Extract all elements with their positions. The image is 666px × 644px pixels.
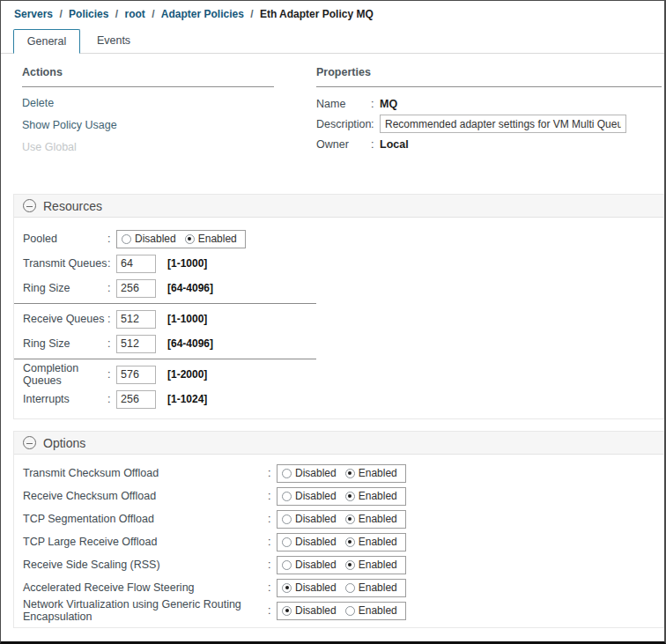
collapse-minus-icon[interactable]: [23, 199, 36, 212]
receive-checksum-offload-label: Receive Checksum Offload: [23, 490, 268, 502]
radio-option-label: Disabled: [295, 513, 337, 525]
receive-checksum-offload-row: Receive Checksum Offload : DisabledEnabl…: [23, 485, 663, 507]
breadcrumb-adapter-policies[interactable]: Adapter Policies: [161, 8, 244, 20]
ring-size-range: [64-4096]: [167, 282, 213, 294]
radio-option-label: Enabled: [359, 467, 397, 479]
tab-general[interactable]: General: [13, 29, 80, 54]
completion-queues-input[interactable]: [116, 366, 156, 384]
radio-button-icon[interactable]: [185, 234, 195, 244]
radio-option-label: Enabled: [359, 490, 397, 502]
radio-button-icon[interactable]: [282, 583, 292, 593]
radio-option-enabled[interactable]: Enabled: [345, 490, 397, 502]
ring-size-range: [64-4096]: [167, 337, 213, 350]
radio-button-icon[interactable]: [345, 514, 355, 524]
pooled-radio-group: DisabledEnabled: [116, 230, 246, 248]
radio-button-icon[interactable]: [282, 560, 292, 570]
radio-option-label: Disabled: [295, 581, 337, 594]
radio-option-disabled[interactable]: Disabled: [122, 233, 176, 245]
receive-queues-input[interactable]: [116, 310, 156, 329]
options-panel-header[interactable]: Options: [14, 431, 663, 455]
interrupts-input[interactable]: [116, 390, 156, 409]
pooled-label: Pooled: [23, 233, 107, 245]
colon: :: [371, 118, 380, 130]
completion-queues-row: Completion Queues : [1-2000]: [23, 362, 663, 387]
property-row-description: Description :: [316, 114, 662, 134]
radio-button-icon[interactable]: [345, 492, 355, 501]
radio-option-enabled[interactable]: Enabled: [345, 513, 397, 525]
radio-option-enabled[interactable]: Enabled: [185, 233, 237, 245]
radio-option-label: Disabled: [295, 536, 337, 548]
nvgre-radio-group: DisabledEnabled: [277, 602, 406, 620]
transmit-queues-label: Transmit Queues: [23, 257, 107, 270]
breadcrumb-policies[interactable]: Policies: [69, 8, 108, 20]
radio-button-icon[interactable]: [345, 606, 355, 616]
colon: :: [268, 581, 277, 594]
nvgre-row: Network Virtualization using Generic Rou…: [23, 599, 663, 622]
colon: :: [268, 467, 277, 479]
colon: :: [107, 233, 116, 245]
divider: [14, 359, 316, 359]
radio-option-disabled[interactable]: Disabled: [282, 536, 337, 548]
radio-button-icon[interactable]: [345, 560, 355, 570]
radio-option-enabled[interactable]: Enabled: [345, 604, 397, 617]
radio-option-disabled[interactable]: Disabled: [282, 467, 337, 479]
radio-option-disabled[interactable]: Disabled: [282, 604, 337, 617]
radio-option-label: Enabled: [198, 233, 237, 245]
description-input[interactable]: [380, 115, 626, 133]
description-label: Description: [316, 118, 371, 130]
breadcrumb-root[interactable]: root: [124, 8, 144, 20]
interrupts-range: [1-1024]: [167, 393, 207, 405]
radio-option-label: Enabled: [359, 604, 397, 617]
radio-option-disabled[interactable]: Disabled: [282, 513, 337, 525]
radio-option-label: Enabled: [359, 559, 397, 571]
radio-button-icon[interactable]: [282, 514, 292, 524]
colon: :: [268, 604, 277, 617]
radio-option-enabled[interactable]: Enabled: [345, 536, 397, 548]
radio-button-icon[interactable]: [282, 469, 292, 478]
property-row-name: Name : MQ: [316, 93, 662, 114]
radio-option-enabled[interactable]: Enabled: [345, 581, 397, 594]
ring-size-input[interactable]: [116, 279, 156, 298]
receive-queues-range: [1-1000]: [167, 313, 207, 325]
transmit-checksum-offload-row: Transmit Checksum Offload : DisabledEnab…: [23, 462, 663, 485]
ring-size-label: Ring Size: [23, 282, 107, 294]
radio-button-icon[interactable]: [345, 469, 355, 478]
radio-option-label: Disabled: [295, 490, 337, 502]
breadcrumb-separator: /: [115, 8, 118, 20]
interrupts-label: Interrupts: [23, 393, 107, 405]
transmit-queues-input[interactable]: [116, 255, 156, 273]
radio-option-disabled[interactable]: Disabled: [282, 559, 337, 571]
actions-section: Actions Delete Show Policy Usage Use Glo…: [22, 66, 316, 154]
radio-option-enabled[interactable]: Enabled: [345, 467, 397, 479]
completion-queues-range: [1-2000]: [167, 368, 207, 381]
radio-button-icon[interactable]: [345, 583, 355, 593]
colon: :: [107, 257, 116, 270]
tcp-large-receive-offload-label: TCP Large Receive Offload: [23, 536, 268, 548]
radio-button-icon[interactable]: [282, 606, 292, 616]
radio-option-label: Disabled: [135, 233, 176, 245]
actions-title: Actions: [22, 66, 274, 87]
radio-button-icon[interactable]: [282, 492, 292, 501]
receive-checksum-offload-radio-group: DisabledEnabled: [277, 487, 406, 506]
colon: :: [107, 282, 116, 294]
collapse-minus-icon[interactable]: [23, 436, 36, 449]
transmit-checksum-offload-label: Transmit Checksum Offload: [23, 467, 268, 479]
ring-size-input[interactable]: [116, 335, 156, 353]
show-policy-usage-link[interactable]: Show Policy Usage: [22, 119, 316, 131]
radio-option-disabled[interactable]: Disabled: [282, 581, 337, 594]
properties-section: Properties Name : MQ Description : Owner…: [316, 66, 664, 154]
tab-bar: General Events: [1, 28, 664, 54]
radio-option-enabled[interactable]: Enabled: [345, 559, 397, 571]
delete-link[interactable]: Delete: [22, 97, 316, 109]
radio-button-icon[interactable]: [345, 537, 355, 547]
radio-button-icon[interactable]: [122, 234, 131, 244]
tab-events[interactable]: Events: [80, 28, 147, 53]
resources-panel-header[interactable]: Resources: [14, 194, 663, 218]
colon: :: [268, 490, 277, 502]
breadcrumb-servers[interactable]: Servers: [14, 8, 53, 20]
colon: :: [371, 138, 380, 151]
properties-title: Properties: [316, 66, 662, 87]
radio-button-icon[interactable]: [282, 537, 292, 547]
owner-value: Local: [380, 138, 409, 151]
radio-option-disabled[interactable]: Disabled: [282, 490, 337, 502]
